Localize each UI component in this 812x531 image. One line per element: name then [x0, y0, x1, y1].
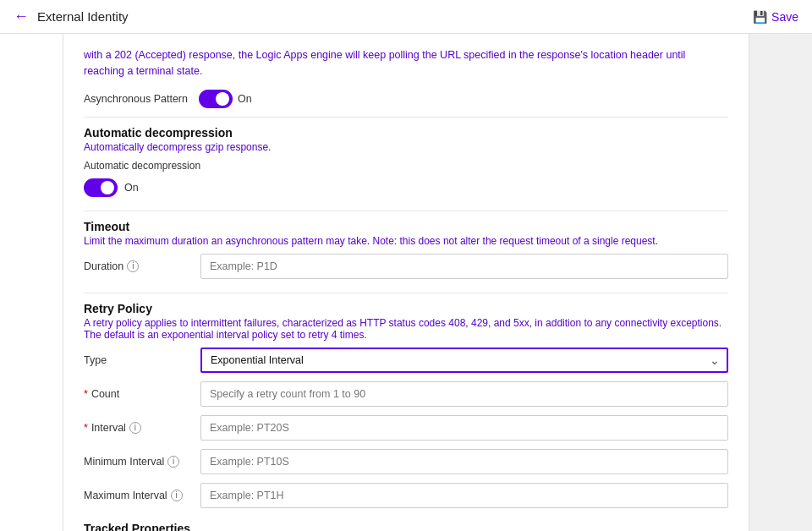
duration-label: Duration i — [84, 260, 194, 272]
min-interval-label: Minimum Interval i — [84, 456, 194, 468]
save-button[interactable]: 💾 Save — [753, 10, 798, 24]
auto-decompression-desc: Automatically decompress gzip response. — [84, 141, 728, 153]
async-pattern-label: Asynchronous Pattern — [84, 93, 194, 105]
right-sidebar — [749, 34, 812, 531]
type-select[interactable]: Exponential Interval Fixed Interval None… — [200, 348, 728, 373]
max-interval-input[interactable] — [200, 483, 728, 508]
auto-decompression-section: Automatic decompression Automatically de… — [84, 126, 728, 197]
duration-info-icon[interactable]: i — [127, 260, 139, 272]
intro-text: with a 202 (Accepted) response, the Logi… — [84, 47, 728, 79]
content-area: with a 202 (Accepted) response, the Logi… — [63, 34, 749, 531]
timeout-section: Timeout Limit the maximum duration an as… — [84, 220, 728, 279]
main-layout: with a 202 (Accepted) response, the Logi… — [0, 34, 812, 531]
retry-policy-desc: A retry policy applies to intermittent f… — [84, 317, 728, 341]
min-interval-info-icon[interactable]: i — [167, 456, 179, 468]
title-bar-left: ← External Identity — [14, 8, 129, 25]
interval-input[interactable] — [200, 415, 728, 441]
back-button[interactable]: ← — [14, 8, 29, 25]
async-pattern-toggle[interactable] — [199, 90, 233, 108]
count-label: Count — [84, 388, 194, 400]
tracked-properties-section: Tracked Properties Properties — [84, 522, 728, 532]
auto-decompression-title: Automatic decompression — [84, 126, 728, 140]
title-bar: ← External Identity 💾 Save — [0, 0, 812, 34]
timeout-desc: Limit the maximum duration an asynchrono… — [84, 235, 728, 247]
async-pattern-on-text: On — [238, 93, 252, 105]
save-label: Save — [771, 10, 798, 24]
type-label: Type — [84, 354, 194, 366]
tracked-properties-title: Tracked Properties — [84, 522, 728, 532]
divider-2 — [84, 211, 728, 211]
divider-3 — [84, 293, 728, 293]
retry-policy-title: Retry Policy — [84, 302, 728, 315]
auto-decompression-slider — [84, 178, 118, 197]
auto-decompression-toggle-row: Automatic decompression — [84, 160, 728, 175]
count-input[interactable] — [200, 381, 728, 407]
auto-decompression-toggle: On — [84, 178, 728, 197]
count-row: Count — [84, 381, 728, 407]
max-interval-row: Maximum Interval i — [84, 483, 728, 508]
retry-policy-section: Retry Policy A retry policy applies to i… — [84, 302, 728, 508]
interval-row: Interval i — [84, 415, 728, 441]
page-title: External Identity — [37, 9, 129, 24]
max-interval-info-icon[interactable]: i — [171, 490, 183, 501]
timeout-title: Timeout — [84, 220, 728, 233]
left-sidebar — [0, 34, 63, 531]
interval-label: Interval i — [84, 422, 194, 434]
interval-info-icon[interactable]: i — [129, 422, 141, 434]
duration-input[interactable] — [200, 254, 728, 279]
min-interval-input[interactable] — [200, 449, 728, 474]
async-pattern-slider — [199, 90, 233, 108]
auto-decompression-sub-label: Automatic decompression — [84, 160, 200, 172]
type-select-wrapper: Exponential Interval Fixed Interval None… — [200, 348, 728, 373]
auto-decompression-switch[interactable] — [84, 178, 118, 197]
async-pattern-row: Asynchronous Pattern On — [84, 90, 728, 108]
auto-decompression-on-text: On — [124, 182, 139, 194]
max-interval-label: Maximum Interval i — [84, 490, 194, 501]
type-row: Type Exponential Interval Fixed Interval… — [84, 348, 728, 373]
save-icon: 💾 — [753, 10, 767, 24]
min-interval-row: Minimum Interval i — [84, 449, 728, 474]
duration-row: Duration i — [84, 254, 728, 279]
divider-1 — [84, 117, 728, 118]
